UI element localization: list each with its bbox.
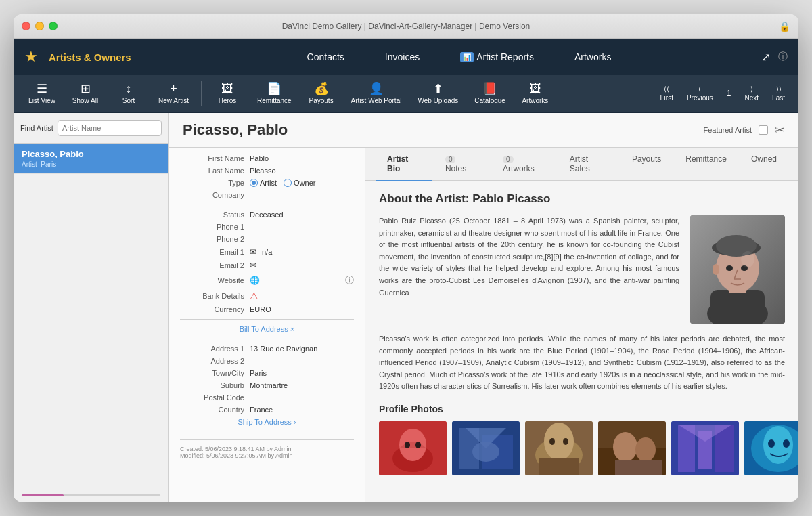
- toolbar-payouts[interactable]: 💰 Payouts: [301, 80, 342, 107]
- ship-to-address-link[interactable]: Ship To Address ›: [180, 418, 354, 426]
- show-all-icon: ⊞: [81, 83, 91, 95]
- tab-remittance[interactable]: Remittance: [675, 148, 738, 181]
- toolbar-new-artist[interactable]: + New Artist: [152, 80, 196, 107]
- form-row-address1: Address 1 13 Rue de Ravignan: [180, 345, 354, 353]
- bank-label: Bank Details: [180, 292, 244, 300]
- email1-value: n/a: [262, 248, 354, 256]
- scissors-icon[interactable]: ✂: [775, 123, 785, 137]
- navbar-brand[interactable]: Artists & Owners: [49, 51, 157, 63]
- toolbar-list-view[interactable]: ☰ List View: [22, 80, 62, 107]
- profile-photo-1[interactable]: [379, 421, 447, 475]
- detail-body: First Name Pablo Last Name Picasso Type …: [169, 148, 798, 502]
- form-row-bank: Bank Details ⚠: [180, 291, 354, 301]
- profile-photo-6[interactable]: [744, 421, 798, 475]
- sidebar-artist-list: Picasso, Pablo Artist Paris: [14, 144, 168, 486]
- postal-label: Postal Code: [180, 393, 244, 402]
- sidebar-item-picasso[interactable]: Picasso, Pablo Artist Paris: [14, 144, 168, 174]
- website-label: Website: [180, 276, 244, 284]
- artworks-icon: 🖼: [529, 83, 541, 95]
- toolbar-artworks[interactable]: 🖼 Artworks: [515, 80, 556, 107]
- maximize-button[interactable]: [49, 22, 58, 30]
- profile-photo-3[interactable]: [525, 421, 593, 475]
- detail-panel: Picasso, Pablo Featured Artist ✂ First N…: [169, 113, 798, 502]
- navbar-right: ⤢ ⓘ: [761, 51, 788, 64]
- navbar-invoices[interactable]: Invoices: [385, 51, 420, 62]
- address1-label: Address 1: [180, 345, 244, 353]
- country-label: Country: [180, 406, 244, 414]
- svg-rect-32: [615, 460, 662, 475]
- last-label: Last: [772, 94, 785, 102]
- toolbar-sort[interactable]: ↕ Sort: [108, 80, 149, 107]
- toolbar-catalogue[interactable]: 📕 Catalogue: [468, 80, 512, 107]
- close-button[interactable]: [22, 22, 30, 30]
- tab-notes[interactable]: 0 Notes: [434, 148, 489, 181]
- radio-artist[interactable]: Artist: [250, 179, 277, 187]
- first-label: First: [660, 94, 673, 102]
- profile-photo-4[interactable]: [598, 421, 666, 475]
- toolbar-web-portal[interactable]: 👤 Artist Web Portal: [344, 80, 409, 107]
- form-footer: Created: 5/06/2023 9:18:41 AM by Admin M…: [180, 439, 354, 459]
- email2-icon: ✉: [250, 261, 256, 270]
- currency-value: EURO: [250, 305, 354, 314]
- profile-photo-5[interactable]: [671, 421, 739, 475]
- radio-owner-dot: [284, 179, 292, 187]
- phone2-label: Phone 2: [180, 235, 244, 243]
- bio-text-with-image: Pablo Ruiz Picasso (25 October 1881 – 8 …: [379, 215, 785, 324]
- minimize-button[interactable]: [35, 22, 44, 30]
- tab-artworks-label: Artworks: [503, 164, 535, 173]
- status-label: Status: [180, 211, 244, 219]
- toolbar-web-uploads[interactable]: ⬆ Web Uploads: [411, 80, 465, 107]
- expand-icon[interactable]: ⤢: [761, 51, 770, 64]
- search-input[interactable]: [58, 120, 162, 136]
- form-divider-2: [180, 319, 354, 320]
- detail-form: First Name Pablo Last Name Picasso Type …: [169, 148, 365, 502]
- svg-point-11: [741, 251, 754, 267]
- toolbar-separator-1: [201, 81, 202, 106]
- radio-owner[interactable]: Owner: [284, 179, 315, 187]
- form-row-currency: Currency EURO: [180, 305, 354, 314]
- toolbar-show-all[interactable]: ⊞ Show All: [65, 80, 106, 107]
- svg-point-41: [768, 439, 775, 448]
- next-button[interactable]: ⟩ Next: [740, 83, 765, 104]
- search-label: Find Artist: [20, 124, 53, 132]
- toolbar-heros[interactable]: 🖼 Heros: [207, 80, 248, 107]
- payouts-icon: 💰: [314, 83, 329, 95]
- next-icon: ⟩: [750, 85, 753, 93]
- navbar-artworks[interactable]: Artworks: [574, 51, 611, 62]
- form-row-status: Status Deceased: [180, 211, 354, 219]
- profile-photos-title: Profile Photos: [379, 404, 785, 414]
- toolbar-remittance[interactable]: 📄 Remittance: [250, 80, 298, 107]
- first-icon: ⟨⟨: [664, 85, 669, 93]
- navbar-reports[interactable]: 📊 Artist Reports: [460, 51, 534, 62]
- bio-panel: Artist Bio 0 Notes 0 Artworks Artist Sal…: [365, 148, 798, 502]
- toolbar-payouts-label: Payouts: [309, 97, 334, 104]
- first-name-label: First Name: [180, 154, 244, 163]
- toolbar-remittance-label: Remittance: [257, 97, 292, 104]
- svg-point-24: [544, 423, 574, 460]
- type-label: Type: [180, 179, 244, 187]
- last-button[interactable]: ⟩⟩ Last: [767, 83, 790, 104]
- toolbar-catalogue-label: Catalogue: [474, 97, 505, 104]
- featured-checkbox[interactable]: [759, 125, 768, 135]
- profile-photo-2[interactable]: [452, 421, 520, 475]
- info-icon[interactable]: ⓘ: [778, 51, 788, 63]
- previous-button[interactable]: ⟨ Previous: [681, 83, 719, 104]
- form-row-type: Type Artist Owner: [180, 179, 354, 187]
- country-value: France: [250, 406, 354, 414]
- web-portal-icon: 👤: [369, 83, 384, 95]
- toolbar-new-artist-label: New Artist: [158, 97, 189, 104]
- navbar-contacts[interactable]: Contacts: [307, 51, 344, 62]
- tab-artist-bio[interactable]: Artist Bio: [376, 148, 432, 181]
- tab-owned[interactable]: Owned: [740, 148, 788, 181]
- svg-point-26: [549, 438, 555, 445]
- tab-artworks[interactable]: 0 Artworks: [492, 148, 556, 181]
- next-label: Next: [745, 94, 759, 102]
- svg-point-30: [613, 432, 637, 462]
- website-info-icon[interactable]: ⓘ: [345, 274, 354, 286]
- svg-rect-25: [539, 458, 579, 475]
- tab-payouts[interactable]: Payouts: [621, 148, 672, 181]
- tab-artist-sales[interactable]: Artist Sales: [559, 148, 618, 181]
- first-button[interactable]: ⟨⟨ First: [654, 83, 678, 104]
- notes-badge: 0: [445, 156, 456, 163]
- bill-to-address-link[interactable]: Bill To Address ×: [180, 325, 354, 333]
